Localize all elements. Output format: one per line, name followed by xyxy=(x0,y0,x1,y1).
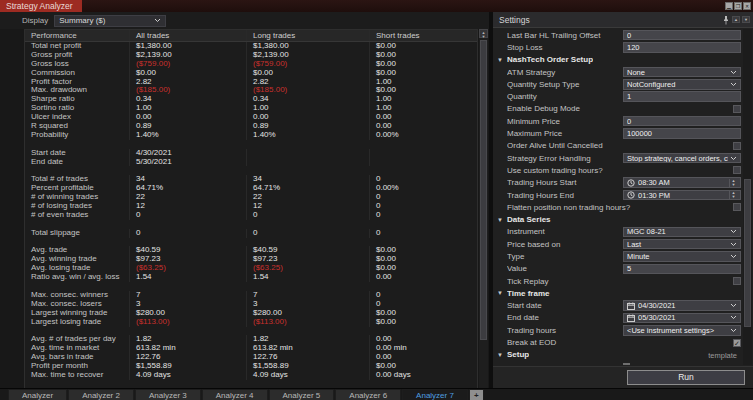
cell-short: $0.00 xyxy=(369,51,477,60)
cell-all: $280.00 xyxy=(129,309,246,318)
cell-all: 1.54 xyxy=(129,273,246,282)
tab-analyzer[interactable]: Analyzer xyxy=(8,389,67,400)
tab-analyzer-5[interactable]: Analyzer 5 xyxy=(269,389,335,400)
table-spacer-row xyxy=(25,166,477,175)
property-input[interactable]: 0 xyxy=(623,30,741,41)
property-label: Maximum Price xyxy=(507,129,623,138)
property-checkbox[interactable] xyxy=(733,142,741,150)
display-select[interactable]: Summary ($) xyxy=(54,15,166,27)
time-value: 01:30 PM xyxy=(638,191,727,200)
expand-all-icon[interactable]: ▼ xyxy=(742,16,750,23)
table-row: Probability1.40%1.40%0.00% xyxy=(25,131,477,140)
cell-long: 3 xyxy=(246,300,369,309)
settings-section-header[interactable]: ▼NashTech Order Setup xyxy=(493,54,741,66)
row-label: Avg. losing trade xyxy=(25,264,129,273)
settings-row: End date05/30/2021 xyxy=(493,312,741,324)
cell-all: 34 xyxy=(129,175,246,184)
property-input[interactable]: 0 xyxy=(623,116,741,127)
property-input[interactable]: 1 xyxy=(623,91,741,102)
date-value: 04/30/2021 xyxy=(638,301,728,310)
property-checkbox[interactable] xyxy=(733,203,741,211)
cell-long: 0.34 xyxy=(246,95,369,104)
performance-table: PerformanceAll tradesLong tradesShort tr… xyxy=(24,29,478,388)
table-row: Max. drawdown($185.00)($185.00)$0.00 xyxy=(25,86,477,95)
cell-short: 0 xyxy=(369,291,477,300)
table-vertical-scrollbar[interactable]: ▲▼ xyxy=(479,29,488,388)
table-scrollbar-thumb[interactable] xyxy=(480,40,487,340)
close-icon[interactable]: ✕ xyxy=(743,2,751,10)
property-checkbox[interactable]: ✓ xyxy=(733,339,741,347)
property-date-picker[interactable]: 04/30/2021 xyxy=(623,300,741,311)
scroll-arrows-icon[interactable]: ▲▼ xyxy=(479,29,488,38)
row-label: Profit per month xyxy=(25,362,129,371)
collapse-all-icon[interactable]: ▲ xyxy=(732,16,740,23)
cell-short: $0.00 xyxy=(369,60,477,69)
property-label: Start date xyxy=(507,301,623,310)
calendar-icon xyxy=(627,302,635,310)
property-input[interactable]: 100000 xyxy=(623,128,741,139)
settings-section-header[interactable]: ▼Setup xyxy=(493,349,741,361)
property-select[interactable]: MGC 08-21 xyxy=(623,227,741,238)
tab-analyzer-2[interactable]: Analyzer 2 xyxy=(68,389,134,400)
table-row: Commission$0.00$0.00$0.00 xyxy=(25,69,477,78)
select-value: None xyxy=(627,68,728,77)
settings-row: Price based onLast xyxy=(493,238,741,250)
run-button[interactable]: Run xyxy=(627,370,745,385)
cell-all: 22 xyxy=(129,193,246,202)
spinner-arrows-icon[interactable]: ▲▼ xyxy=(729,191,737,199)
property-select[interactable]: NotConfigured xyxy=(623,79,741,90)
property-label: Tick Replay xyxy=(507,277,733,286)
window-title-tab[interactable]: Strategy Analyzer xyxy=(0,0,82,12)
property-checkbox[interactable] xyxy=(733,166,741,174)
chevron-down-icon xyxy=(730,229,737,234)
property-date-picker[interactable]: 05/30/2021 xyxy=(623,313,741,324)
settings-vertical-scrollbar[interactable] xyxy=(743,29,752,365)
chevron-down-icon xyxy=(730,315,737,320)
cell-long: ($185.00) xyxy=(246,86,369,95)
table-row: Max. consec. losers330 xyxy=(25,300,477,309)
tab-analyzer-7[interactable]: Analyzer 7 xyxy=(402,389,468,400)
settings-section-header[interactable]: ▼Data Series xyxy=(493,213,741,225)
property-select[interactable]: Minute xyxy=(623,251,741,262)
property-time-picker[interactable]: 01:30 PM▲▼ xyxy=(623,190,741,201)
minimize-icon[interactable]: ▁ xyxy=(725,2,733,10)
tab-analyzer-3[interactable]: Analyzer 3 xyxy=(135,389,201,400)
table-row: Profit factor2.822.821.00 xyxy=(25,78,477,87)
chevron-down-icon xyxy=(730,303,737,308)
input-value: 100000 xyxy=(627,129,737,138)
template-link[interactable]: template xyxy=(708,351,737,360)
spinner-arrows-icon[interactable]: ▲▼ xyxy=(729,179,737,187)
tab-analyzer-6[interactable]: Analyzer 6 xyxy=(335,389,401,400)
restore-icon[interactable]: ❐ xyxy=(734,2,742,10)
property-label: Data Series xyxy=(507,215,551,224)
property-select[interactable]: Last xyxy=(623,239,741,250)
select-value: NotConfigured xyxy=(627,80,728,89)
pin-icon[interactable] xyxy=(722,11,730,29)
property-input[interactable]: 120 xyxy=(623,42,741,53)
settings-scrollbar-thumb[interactable] xyxy=(744,179,751,327)
property-checkbox[interactable] xyxy=(733,105,741,113)
property-select[interactable]: <Use instrument settings> xyxy=(623,325,741,336)
property-input[interactable]: 5 xyxy=(623,264,741,275)
tab-analyzer-4[interactable]: Analyzer 4 xyxy=(202,389,268,400)
table-row: R squared0.890.890.00 xyxy=(25,122,477,131)
cell-long: 12 xyxy=(246,202,369,211)
property-select[interactable]: None xyxy=(623,67,741,78)
cell-long: ($759.00) xyxy=(246,60,369,69)
property-select[interactable]: Stop strategy, cancel orders, close po..… xyxy=(623,153,741,164)
property-checkbox[interactable] xyxy=(733,277,741,285)
table-row: Largest losing trade($113.00)($113.00)$0… xyxy=(25,318,477,327)
add-tab-button[interactable]: + xyxy=(469,389,484,400)
table-row: Avg. bars in trade122.76122.760.00 xyxy=(25,353,477,362)
cell-short: 0.00 xyxy=(369,353,477,362)
settings-section-header[interactable]: ▼Time frame xyxy=(493,287,741,299)
property-label: Order Alive Until Cancelled xyxy=(507,141,733,150)
chevron-down-icon xyxy=(730,156,737,161)
property-time-picker[interactable]: 08:30 AM▲▼ xyxy=(623,177,741,188)
property-label: Quantity xyxy=(507,92,623,101)
row-label: Gross loss xyxy=(25,60,129,69)
property-label: Last Bar HL Trailing Offset xyxy=(507,31,623,40)
table-row: Avg. winning trade$97.23$97.23$0.00 xyxy=(25,255,477,264)
cell-all: 4/30/2021 xyxy=(129,149,246,158)
performance-table-body: Total net profit$1,380.00$1,380.00$0.00G… xyxy=(25,42,477,380)
